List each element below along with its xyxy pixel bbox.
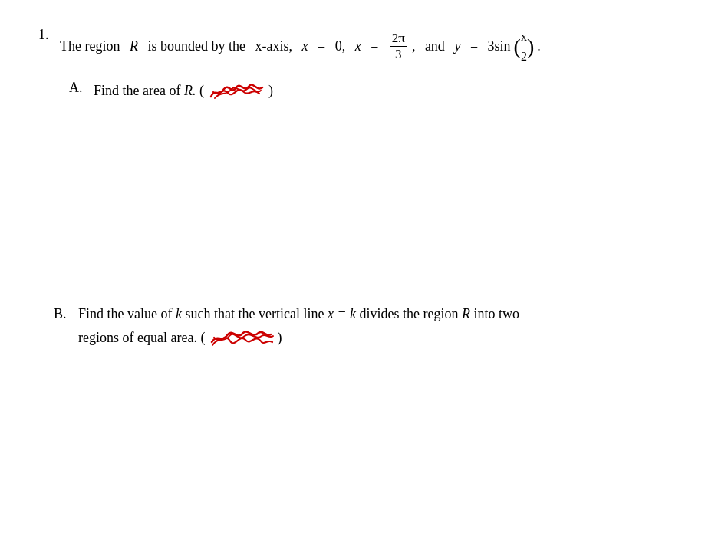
x-var-1: x	[301, 35, 308, 58]
y-var: y	[454, 35, 460, 58]
part-a-text: Find the area of R. ( )	[94, 80, 273, 103]
equal-area-text: regions of equal area.	[78, 330, 197, 345]
find-area-text: Find the area of	[94, 83, 180, 98]
r-variable: R	[130, 35, 138, 58]
and-text: and	[425, 35, 445, 58]
part-a-scribble	[207, 81, 268, 103]
into-two-text: into two	[474, 306, 520, 321]
part-a-paren-open: (	[199, 83, 204, 98]
part-a: A. Find the area of R. ( )	[69, 80, 690, 103]
part-b: B. Find the value of k such that the ver…	[54, 302, 690, 349]
part-b-r-var: R	[462, 306, 470, 321]
problem-1: 1. The region R is bounded by the x-axis…	[38, 27, 690, 66]
x-eq-k-text: x = k	[328, 306, 356, 321]
problem-number-label: 1.	[38, 27, 54, 43]
sin-den: 2	[521, 47, 527, 67]
part-b-scribble	[208, 328, 277, 350]
right-paren: )	[527, 36, 534, 58]
part-b-content: Find the value of k such that the vertic…	[78, 302, 519, 349]
part-b-paren-open: (	[200, 330, 205, 345]
three-sin-text: 3sin	[488, 35, 511, 58]
fraction-numerator: 2π	[390, 31, 407, 47]
such-that-text: such that the vertical line	[185, 306, 324, 321]
part-b-paren-close: )	[277, 330, 282, 345]
fraction-denominator: 3	[393, 47, 404, 62]
is-bounded-text: is bounded by the	[147, 35, 245, 58]
period-text: .	[537, 35, 541, 58]
x-axis-text: x-axis,	[255, 35, 292, 58]
problem-statement: The region R is bounded by the x-axis, x…	[60, 27, 541, 66]
sin-fraction: x2	[521, 27, 527, 66]
eq3-text: =	[470, 35, 478, 58]
eq2-text: =	[371, 35, 378, 58]
left-paren: (	[514, 36, 521, 58]
part-a-label: A.	[69, 80, 87, 96]
comma-text: ,	[412, 35, 416, 58]
part-a-r-var: R.	[184, 83, 196, 98]
part-b-text: B. Find the value of k such that the ver…	[54, 302, 690, 349]
sin-paren-group: (x2)	[514, 27, 535, 66]
zero-text: 0,	[335, 35, 346, 58]
divides-text: divides the region	[360, 306, 459, 321]
x-var-2: x	[355, 35, 361, 58]
fraction-2pi-over-3: 2π 3	[390, 31, 407, 63]
part-a-paren-close: )	[268, 83, 273, 98]
k-var: k	[176, 306, 182, 321]
part-b-label: B.	[54, 302, 72, 326]
eq1-text: =	[318, 35, 325, 58]
find-value-text: Find the value of	[78, 306, 172, 321]
problem-container: 1. The region R is bounded by the x-axis…	[31, 15, 697, 361]
sin-num: x	[521, 27, 527, 47]
intro-text: The region	[60, 35, 120, 58]
